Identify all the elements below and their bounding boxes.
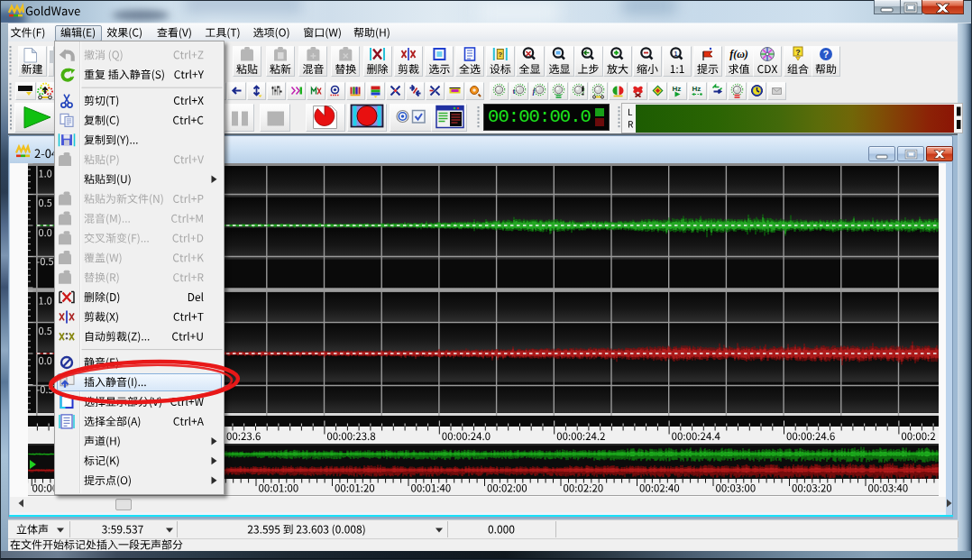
svg-text:?: ? <box>823 49 829 60</box>
svg-text:?: ? <box>498 50 502 59</box>
svg-text:f(ω): f(ω) <box>729 48 748 60</box>
svg-text:Hz: Hz <box>673 85 682 93</box>
svg-text:?: ? <box>795 48 801 57</box>
svg-text:1: 1 <box>674 50 678 57</box>
svg-text:Hz: Hz <box>692 85 701 93</box>
